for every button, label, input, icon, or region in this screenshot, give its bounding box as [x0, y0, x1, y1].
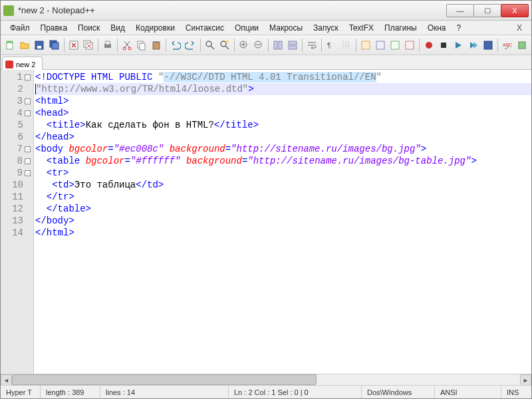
svg-text:ABC: ABC	[503, 43, 512, 47]
scroll-thumb[interactable]	[12, 374, 317, 385]
stop-macro-icon[interactable]	[437, 38, 450, 53]
separator	[117, 39, 118, 52]
menu-кодировки[interactable]: Кодировки	[130, 22, 180, 34]
save-all-icon[interactable]	[47, 38, 61, 53]
svg-rect-25	[289, 46, 297, 49]
svg-rect-19	[225, 41, 229, 43]
menu-макросы[interactable]: Макросы	[264, 22, 308, 34]
svg-rect-30	[406, 41, 414, 49]
toolbar: ¶ ABC	[1, 35, 531, 55]
svg-rect-23	[279, 41, 282, 49]
tab-label: new 2	[16, 61, 35, 68]
replace-icon[interactable]	[218, 38, 231, 53]
minimize-button[interactable]: —	[446, 4, 474, 17]
code-content[interactable]: <!DOCTYPE HTML PUBLIC "-//W3C//DTD HTML …	[34, 70, 531, 374]
svg-rect-22	[274, 41, 277, 49]
play-multi-icon[interactable]	[467, 38, 480, 53]
close-button[interactable]: X	[501, 4, 529, 17]
scroll-right-icon[interactable]: ►	[520, 374, 531, 386]
menu-правка[interactable]: Правка	[35, 22, 73, 34]
svg-rect-5	[52, 43, 59, 49]
cut-icon[interactable]	[120, 38, 134, 53]
separator	[234, 39, 235, 52]
zoom-in-icon[interactable]	[237, 38, 251, 53]
scroll-left-icon[interactable]: ◄	[1, 374, 12, 386]
line-number-gutter: 1 -2 3 -4 -5 6 7 -8 -9 -10 11 12 13 14	[1, 70, 34, 374]
svg-rect-35	[519, 42, 525, 49]
separator	[200, 39, 201, 52]
undo-icon[interactable]	[169, 38, 182, 53]
svg-rect-14	[140, 43, 145, 50]
status-lines: lines : 14	[100, 386, 229, 398]
svg-rect-27	[362, 41, 370, 49]
menu-?[interactable]: ?	[452, 22, 467, 34]
status-encoding: ANSI	[435, 386, 501, 398]
menu-плагины[interactable]: Плагины	[379, 22, 422, 34]
menubar: ФайлПравкаПоискВидКодировкиСинтаксисОпци…	[1, 21, 531, 35]
copy-icon[interactable]	[135, 38, 148, 53]
menu-файл[interactable]: Файл	[5, 22, 35, 34]
editor[interactable]: 1 -2 3 -4 -5 6 7 -8 -9 -10 11 12 13 14 <…	[1, 70, 531, 374]
menu-синтаксис[interactable]: Синтаксис	[180, 22, 229, 34]
separator	[302, 39, 303, 52]
find-icon[interactable]	[203, 38, 216, 53]
doc-map-icon[interactable]	[374, 38, 387, 53]
window-title: *new 2 - Notepad++	[18, 5, 447, 15]
svg-rect-29	[391, 41, 399, 49]
separator	[356, 39, 356, 52]
save-macro-icon[interactable]	[481, 38, 495, 53]
menu-окна[interactable]: Окна	[422, 22, 452, 34]
sync-hscroll-icon[interactable]	[286, 38, 299, 53]
paste-icon[interactable]	[150, 38, 163, 53]
svg-text:¶: ¶	[327, 42, 331, 49]
sync-vscroll-icon[interactable]	[271, 38, 285, 53]
folder-panel-icon[interactable]	[403, 38, 416, 53]
menu-close-doc[interactable]: X	[511, 22, 527, 34]
record-macro-icon[interactable]	[422, 38, 436, 53]
separator	[166, 39, 166, 52]
open-file-icon[interactable]	[18, 38, 31, 53]
indent-guide-icon[interactable]	[339, 38, 352, 53]
dirty-indicator-icon	[5, 61, 13, 68]
svg-rect-10	[106, 41, 110, 45]
svg-point-17	[206, 41, 211, 47]
tabbar: new 2	[1, 55, 531, 70]
tab-new-2[interactable]: new 2	[2, 57, 43, 70]
status-position: Ln : 2 Col : 1 Sel : 0 | 0	[229, 386, 362, 398]
svg-rect-28	[376, 41, 384, 49]
plugin-icon[interactable]	[515, 38, 529, 53]
window-controls: — ▢ X	[447, 4, 529, 17]
titlebar: *new 2 - Notepad++ — ▢ X	[1, 1, 531, 21]
svg-rect-33	[484, 41, 492, 49]
new-file-icon[interactable]	[3, 38, 17, 53]
lang-icon[interactable]	[359, 38, 372, 53]
svg-rect-24	[289, 41, 297, 45]
abc-check-icon[interactable]: ABC	[501, 38, 514, 53]
statusbar: Hyper T length : 389 lines : 14 Ln : 2 C…	[1, 385, 531, 398]
status-language: Hyper T	[1, 386, 41, 398]
menu-запуск[interactable]: Запуск	[308, 22, 344, 34]
close-all-icon[interactable]	[82, 38, 95, 53]
svg-rect-1	[7, 41, 13, 43]
scroll-track[interactable]	[12, 374, 520, 385]
horizontal-scrollbar[interactable]: ◄ ►	[1, 374, 531, 385]
menu-поиск[interactable]: Поиск	[72, 22, 105, 34]
maximize-button[interactable]: ▢	[473, 4, 501, 17]
svg-rect-3	[37, 46, 41, 49]
print-icon[interactable]	[101, 38, 114, 53]
separator	[497, 39, 498, 52]
show-all-chars-icon[interactable]: ¶	[325, 38, 338, 53]
wrap-icon[interactable]	[305, 38, 319, 53]
redo-icon[interactable]	[184, 38, 197, 53]
menu-вид[interactable]: Вид	[105, 22, 130, 34]
menu-textfx[interactable]: TextFX	[344, 22, 379, 34]
play-macro-icon[interactable]	[452, 38, 465, 53]
svg-rect-16	[154, 41, 158, 43]
separator	[268, 39, 269, 52]
func-list-icon[interactable]	[388, 38, 402, 53]
zoom-out-icon[interactable]	[252, 38, 265, 53]
app-icon	[3, 5, 14, 16]
save-icon[interactable]	[33, 38, 46, 53]
close-tab-icon[interactable]	[67, 38, 80, 53]
menu-опции[interactable]: Опции	[229, 22, 264, 34]
